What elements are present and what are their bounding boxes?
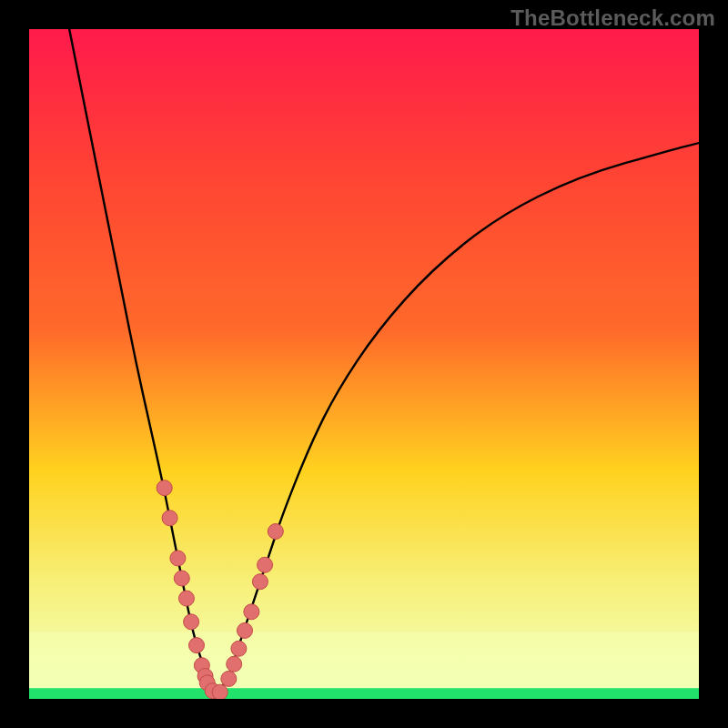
data-marker — [221, 671, 237, 686]
watermark-text: TheBottleneck.com — [511, 5, 715, 31]
plot-svg — [29, 29, 699, 699]
data-marker — [258, 557, 273, 572]
data-marker — [162, 511, 177, 526]
data-marker — [157, 480, 172, 496]
data-marker — [212, 684, 228, 699]
pale-yellow-band — [29, 632, 699, 688]
gradient-background — [29, 29, 699, 699]
data-marker — [227, 656, 242, 672]
data-marker — [244, 604, 259, 620]
data-marker — [189, 638, 205, 653]
data-marker — [184, 614, 199, 630]
green-strip — [29, 688, 699, 699]
data-marker — [237, 622, 252, 638]
data-marker — [174, 571, 189, 586]
data-marker — [170, 551, 186, 566]
plot-area — [29, 29, 699, 699]
data-marker — [252, 574, 268, 590]
data-marker — [268, 524, 283, 540]
data-marker — [231, 641, 247, 656]
chart-frame: TheBottleneck.com — [0, 0, 728, 728]
data-marker — [178, 591, 194, 606]
